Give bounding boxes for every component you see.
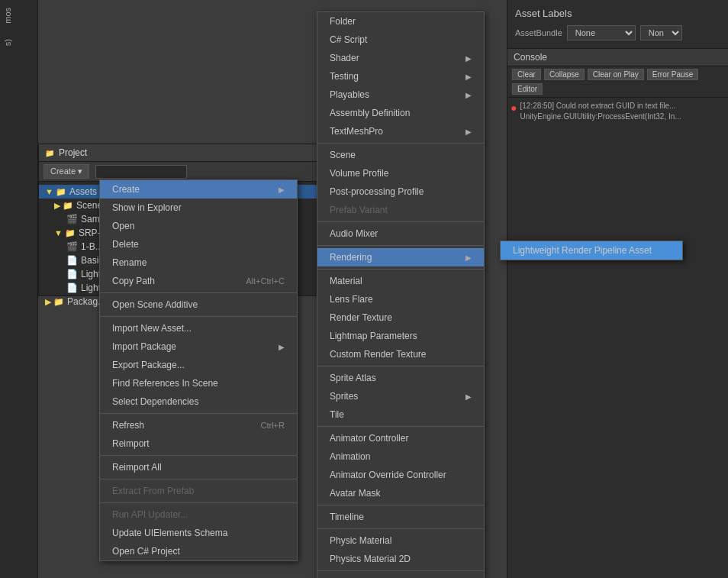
create-label-playables: Playables [330, 89, 369, 100]
create-menu-item-rendering[interactable]: Rendering ▶ [317, 248, 484, 266]
create-sep-5 [317, 366, 484, 366]
create-label-render-texture: Render Texture [330, 312, 392, 323]
create-label-avatar-mask: Avatar Mask [330, 488, 380, 499]
create-menu-item-volume-profile[interactable]: Volume Profile [317, 164, 484, 182]
create-label-lens-flare: Lens Flare [330, 294, 373, 305]
create-menu-item-csharp[interactable]: C# Script [317, 31, 484, 49]
create-sep-2 [317, 221, 484, 222]
create-label-volume-profile: Volume Profile [330, 168, 388, 179]
create-menu-item-sprites[interactable]: Sprites ▶ [317, 387, 484, 405]
menu-item-rename[interactable]: Rename [100, 253, 297, 272]
create-menu-item-avatar-mask[interactable]: Avatar Mask [317, 484, 484, 502]
create-menu-item-material[interactable]: Material [317, 272, 484, 290]
collapse-button[interactable]: Collapse [544, 69, 585, 80]
create-sep-4 [317, 269, 484, 270]
separator-1 [100, 292, 297, 293]
create-label-animator-override: Animator Override Controller [330, 470, 446, 480]
clear-on-play-button[interactable]: Clear on Play [588, 69, 644, 80]
create-label-physic-material: Physic Material [330, 535, 391, 546]
menu-label-open: Open [112, 221, 134, 231]
create-menu-item-sprite-atlas[interactable]: Sprite Atlas [317, 369, 484, 387]
submenu-arrow-rendering: ▶ [465, 253, 472, 262]
console-section: Console Clear Collapse Clear on Play Err… [507, 49, 728, 125]
create-menu-item-folder[interactable]: Folder [317, 12, 484, 31]
menu-item-create[interactable]: Create ▶ [100, 180, 297, 199]
create-menu-item-animation[interactable]: Animation [317, 447, 484, 466]
menu-label-copy-path: Copy Path [112, 276, 155, 286]
create-button[interactable]: Create ▾ [43, 164, 89, 179]
create-menu-item-audio-mixer[interactable]: Audio Mixer [317, 224, 484, 243]
create-menu-item-post-processing[interactable]: Post-processing Profile [317, 182, 484, 201]
clear-button[interactable]: Clear [512, 69, 541, 80]
editor-button[interactable]: Editor [512, 83, 543, 95]
rendering-menu-item-lwrp[interactable]: Lightweight Render Pipeline Asset [501, 241, 682, 260]
create-sep-6 [317, 426, 484, 427]
create-menu-item-lightmap-params[interactable]: Lightmap Parameters [317, 327, 484, 345]
submenu-arrow-playables: ▶ [465, 91, 472, 99]
create-label-animator-controller: Animator Controller [330, 433, 408, 444]
create-label-csharp: C# Script [330, 34, 367, 45]
create-menu-item-physic-material[interactable]: Physic Material [317, 531, 484, 550]
rendering-submenu: Lightweight Render Pipeline Asset [500, 241, 683, 260]
create-sep-7 [317, 505, 484, 505]
create-menu-item-animator-controller[interactable]: Animator Controller [317, 429, 484, 447]
create-menu-item-lens-flare[interactable]: Lens Flare [317, 290, 484, 308]
menu-item-import-package[interactable]: Import Package ▶ [100, 337, 297, 356]
menu-label-run-api: Run API Updater... [112, 509, 188, 520]
create-label-tile: Tile [330, 409, 344, 420]
menu-label-find-refs: Find References In Scene [112, 378, 218, 389]
rendering-label-lwrp: Lightweight Render Pipeline Asset [513, 245, 652, 256]
create-menu-item-shader[interactable]: Shader ▶ [317, 49, 484, 67]
console-toolbar: Clear Collapse Clear on Play Error Pause… [507, 66, 728, 98]
separator-5 [100, 479, 297, 480]
menu-item-reimport-all[interactable]: Reimport All [100, 458, 297, 476]
create-menu-item-render-texture[interactable]: Render Texture [317, 308, 484, 327]
create-sep-8 [317, 528, 484, 529]
create-menu-item-custom-render-texture[interactable]: Custom Render Texture [317, 345, 484, 363]
create-label-physics-material-2d: Physics Material 2D [330, 554, 411, 564]
left-tab-s[interactable]: s) [0, 31, 15, 53]
console-log-entry: [12:28:50] Could not extract GUID in tex… [520, 101, 725, 122]
create-submenu: Folder C# Script Shader ▶ Testing ▶ Play… [317, 11, 485, 578]
menu-item-copy-path[interactable]: Copy Path Alt+Ctrl+C [100, 272, 297, 290]
search-input[interactable] [95, 165, 187, 179]
create-menu-item-animator-override[interactable]: Animator Override Controller [317, 466, 484, 484]
menu-item-show-explorer[interactable]: Show in Explorer [100, 199, 297, 217]
project-panel-header: 📁 Project [39, 144, 327, 162]
menu-item-open-csharp[interactable]: Open C# Project [100, 542, 297, 560]
create-menu-item-scene[interactable]: Scene [317, 146, 484, 164]
menu-item-refresh[interactable]: Refresh Ctrl+R [100, 416, 297, 434]
asset-bundle-dropdown[interactable]: None [567, 25, 636, 40]
asset-bundle-dropdown2[interactable]: Non... [640, 25, 682, 40]
menu-item-select-deps[interactable]: Select Dependencies [100, 392, 297, 411]
menu-item-import-new-asset[interactable]: Import New Asset... [100, 319, 297, 337]
create-menu-item-testing[interactable]: Testing ▶ [317, 67, 484, 86]
menu-item-open-scene-additive[interactable]: Open Scene Additive [100, 295, 297, 314]
menu-item-export-package[interactable]: Export Package... [100, 356, 297, 374]
create-menu-item-timeline[interactable]: Timeline [317, 508, 484, 526]
create-sep-1 [317, 143, 484, 144]
console-header: Console [507, 49, 728, 66]
error-pause-button[interactable]: Error Pause [647, 69, 698, 80]
menu-item-delete[interactable]: Delete [100, 235, 297, 253]
create-menu-item-assembly[interactable]: Assembly Definition [317, 104, 484, 122]
file-icon-basica: 📄 [66, 255, 78, 266]
create-menu-item-playables[interactable]: Playables ▶ [317, 86, 484, 104]
shortcut-copy-path: Alt+Ctrl+C [246, 276, 285, 286]
shortcut-refresh: Ctrl+R [261, 421, 285, 430]
separator-4 [100, 455, 297, 456]
menu-item-reimport[interactable]: Reimport [100, 434, 297, 453]
right-panel: Asset Labels AssetBundle None Non... Con… [507, 0, 728, 578]
create-menu-item-tile[interactable]: Tile [317, 405, 484, 424]
left-tab-mos[interactable]: mos [0, 0, 15, 31]
menu-item-update-ui[interactable]: Update UIElements Schema [100, 524, 297, 542]
submenu-arrow-create: ▶ [279, 186, 285, 194]
create-menu-item-physics-material-2d[interactable]: Physics Material 2D [317, 550, 484, 568]
create-menu-item-textmeshpro[interactable]: TextMeshPro ▶ [317, 122, 484, 140]
create-menu-item-gui-skin[interactable]: GUI Skin [317, 573, 484, 578]
menu-item-open[interactable]: Open [100, 217, 297, 235]
create-label-lightmap-params: Lightmap Parameters [330, 331, 417, 341]
separator-3 [100, 413, 297, 414]
create-label-testing: Testing [330, 71, 359, 82]
menu-item-find-refs[interactable]: Find References In Scene [100, 374, 297, 392]
